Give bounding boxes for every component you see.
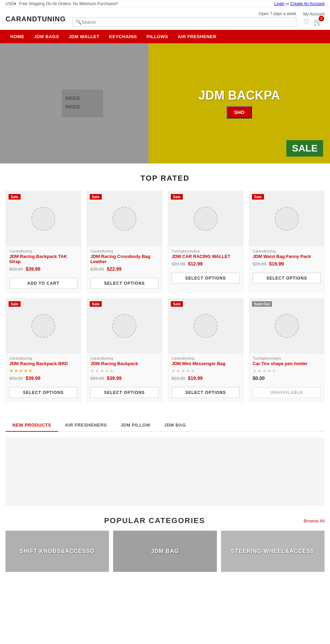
product-btn-5[interactable]: SELECT OPTIONS (90, 387, 158, 398)
original-price-2: $22.99 (172, 261, 185, 267)
original-price-3: $29.99 (253, 261, 266, 267)
product-name-0: JDM Racing Backpack TAK Strap (9, 254, 77, 264)
product-info-2: Tuningkeychains JDM CAR RACING WALLET $2… (168, 246, 243, 273)
product-img-2 (168, 191, 243, 246)
star-7-4: ★ (272, 368, 276, 373)
product-img-circle-6 (194, 314, 218, 338)
product-vendor-6: Carandtuning (172, 356, 240, 360)
product-price-6: $22.00$19.99 (172, 375, 240, 381)
category-card-shift-knobs[interactable]: SHIFT KNOBS&ACCESSO (6, 531, 109, 572)
product-vendor-1: Carandtuning (90, 249, 158, 253)
account-area: My Account ♡ 🛒 0 (303, 12, 324, 26)
product-img-circle-0 (31, 207, 55, 231)
star-7-3: ★ (267, 368, 271, 373)
nav-home[interactable]: HOME (6, 30, 29, 43)
product-price-3: $29.99$19.99 (253, 261, 321, 267)
tab-new-products[interactable]: NEW PRODUCTS (6, 419, 58, 432)
product-grid: Sale Carandtuning JDM Racing Backpack TA… (6, 191, 324, 402)
category-label-shift-knobs: SHIFT KNOBS&ACCESSO (16, 548, 98, 554)
create-account-link[interactable]: Create An Account (290, 1, 324, 6)
hero-title: JDM BACKPA (191, 88, 287, 103)
sale-price-6: $19.99 (188, 375, 203, 381)
star-6-0: ★ (172, 368, 176, 373)
star-4-3: ★ (24, 368, 28, 373)
product-rating-4: ★★★★★ (9, 368, 77, 373)
category-card-jdm-bag[interactable]: JDM BAG (113, 531, 217, 572)
category-label-steering-wheel: STEERING WHEEL&ACCESS (228, 548, 318, 554)
product-info-6: Carandtuning JDM Mini Messenger Bag ★★★★… (168, 353, 243, 387)
product-vendor-3: Carandtuning (253, 249, 321, 253)
star-4-2: ★ (19, 368, 23, 373)
category-grid: SHIFT KNOBS&ACCESSO JDM BAG STEERING WHE… (6, 531, 324, 572)
cart-icon-wrap[interactable]: 🛒 0 (314, 18, 322, 26)
product-img-4 (6, 298, 81, 353)
nav-air-freshener[interactable]: AIR FRESHENER (173, 30, 221, 43)
product-name-1: JDM Racing Crossbody Bag Leather (90, 254, 158, 264)
nav-keychains[interactable]: KEYCHAINS (104, 30, 142, 43)
hero-shop-button[interactable]: SHO (227, 106, 252, 118)
product-card-4: Sale Carandtuning JDM Racing Backpack BR… (6, 298, 81, 402)
sale-price-4: $39.99 (26, 375, 41, 381)
browse-all-link[interactable]: Browse All (304, 518, 324, 523)
category-header: POPULAR CATEGORIES Browse All (6, 516, 324, 525)
tab-jdm-pillow[interactable]: JDM PILLOW (114, 419, 157, 431)
original-price-6: $22.00 (172, 376, 185, 381)
icon-row: ♡ 🛒 0 (303, 18, 324, 26)
star-7-2: ★ (262, 368, 266, 373)
product-vendor-5: Carandtuning (90, 356, 158, 360)
product-badge-1: Sale (90, 194, 102, 200)
hero-banner: BRIDE BRIDE JDM BACKPA SHO SALE (0, 43, 330, 163)
star-4-1: ★ (14, 368, 18, 373)
product-badge-2: Sale (171, 194, 183, 200)
top-rated-section: TOP RATED Sale Carandtuning JDM Racing B… (0, 163, 330, 412)
product-rating-7: ★★★★★ (253, 368, 321, 373)
nav-pillows[interactable]: PILLOWS (142, 30, 173, 43)
product-badge-4: Sale (9, 301, 21, 307)
product-btn-0[interactable]: ADD TO CART (9, 278, 77, 289)
star-5-0: ★ (90, 368, 95, 373)
search-input[interactable] (81, 20, 293, 25)
product-badge-6: Sale (171, 301, 183, 307)
svg-text:BRIDE: BRIDE (65, 104, 80, 110)
product-vendor-4: Carandtuning (9, 356, 77, 360)
tabs-row: NEW PRODUCTS AIR FRESHENERS JDM PILLOW J… (6, 419, 324, 432)
product-btn-6[interactable]: SELECT OPTIONS (172, 387, 240, 398)
shipping-message: Free Shipping On All Orders. No Minimum … (19, 1, 118, 6)
svg-rect-0 (62, 90, 103, 117)
nav-jdm-wallet[interactable]: JDM WALLET (64, 30, 104, 43)
category-card-steering-wheel[interactable]: STEERING WHEEL&ACCESS (221, 531, 324, 572)
new-products-content (6, 437, 324, 506)
tab-air-fresheners[interactable]: AIR FRESHENERS (58, 419, 114, 431)
login-link[interactable]: Login (274, 1, 284, 6)
product-btn-3[interactable]: SELECT OPTIONS (253, 273, 321, 284)
product-info-1: Carandtuning JDM Racing Crossbody Bag Le… (87, 246, 162, 278)
product-btn-2[interactable]: SELECT OPTIONS (172, 273, 240, 284)
product-name-6: JDM Mini Messenger Bag (172, 361, 240, 366)
product-btn-4[interactable]: SELECT OPTIONS (9, 387, 77, 398)
star-4-4: ★ (29, 368, 33, 373)
product-badge-7: Sold Out (252, 301, 272, 307)
product-price-0: $59.00$39.99 (9, 266, 77, 272)
currency-selector[interactable]: USD▾ (6, 1, 16, 6)
sale-price-2: $12.99 (188, 261, 203, 267)
product-vendor-0: Carandtuning (9, 249, 77, 253)
star-5-3: ★ (105, 368, 109, 373)
logo[interactable]: CARANDTUNING (6, 15, 66, 23)
new-products-section: NEW PRODUCTS AIR FRESHENERS JDM PILLOW J… (0, 412, 330, 506)
product-img-1 (87, 191, 162, 246)
product-vendor-2: Tuningkeychains (172, 249, 240, 253)
tab-jdm-bag[interactable]: JDM BAG (157, 419, 192, 431)
product-info-4: Carandtuning JDM Racing Backpack BRD ★★★… (6, 353, 81, 387)
hero-image: BRIDE BRIDE (0, 43, 165, 163)
product-info-3: Carandtuning JDM Waist Bag Fanny Pack $2… (249, 246, 324, 273)
product-badge-3: Sale (252, 194, 264, 200)
nav-jdm-bags[interactable]: JDM BAGS (29, 30, 64, 43)
product-card-2: Sale Tuningkeychains JDM CAR RACING WALL… (168, 191, 243, 293)
header: CARANDTUNING Open 7 days a week 🔍 My Acc… (0, 8, 330, 30)
wishlist-icon[interactable]: ♡ (303, 18, 309, 26)
product-rating-6: ★★★★★ (172, 368, 240, 373)
product-name-5: JDM Racing Backpack (90, 361, 158, 366)
product-btn-1[interactable]: SELECT OPTIONS (90, 278, 158, 289)
product-img-circle-5 (112, 314, 136, 338)
product-price-4: $59.00$39.99 (9, 375, 77, 381)
